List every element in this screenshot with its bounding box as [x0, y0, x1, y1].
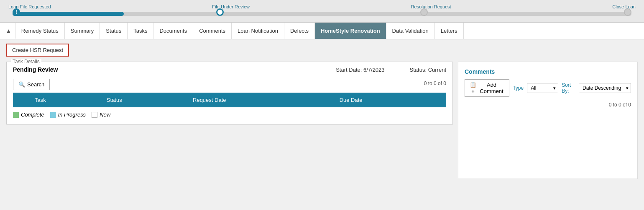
add-comment-button[interactable]: 📋+ Add Comment — [465, 79, 509, 97]
step-label-3: Close Loan — [612, 4, 636, 9]
tab-status[interactable]: Status — [100, 23, 128, 39]
add-comment-label: Add Comment — [478, 82, 505, 94]
add-comment-icon: 📋+ — [469, 82, 477, 94]
legend-complete: Complete — [13, 111, 44, 118]
col-checkbox — [13, 93, 30, 107]
task-start-date: Start Date: 6/7/2023 — [336, 67, 384, 73]
legend-row: Complete In Progress New — [13, 111, 446, 118]
tab-remedy-status[interactable]: Remedy Status — [15, 23, 65, 39]
progress-node-1 — [216, 8, 224, 16]
task-details-title: Task Details — [11, 59, 41, 65]
comments-controls: 📋+ Add Comment Type All General Review S… — [465, 79, 631, 97]
search-button[interactable]: 🔍 Search — [13, 79, 50, 90]
tab-homestyle-renovation[interactable]: HomeStyle Renovation — [315, 23, 386, 39]
legend-complete-label: Complete — [21, 111, 44, 118]
step-label-2: Resolution Request — [411, 4, 451, 9]
legend-box-in-progress — [50, 112, 56, 118]
legend-in-progress: In Progress — [50, 111, 86, 118]
sort-by-label: Sort By: — [562, 82, 575, 94]
sort-select[interactable]: Date Descending Date Ascending — [579, 83, 631, 93]
comments-column: Comments 📋+ Add Comment Type All General… — [458, 62, 638, 179]
progress-track: ! — [13, 12, 631, 16]
legend-in-progress-label: In Progress — [58, 111, 86, 118]
comments-box: Comments 📋+ Add Comment Type All General… — [458, 62, 638, 179]
tab-summary[interactable]: Summary — [65, 23, 100, 39]
progress-section: Loan File Requested File Under Review Re… — [0, 0, 644, 23]
task-details-column: Task Details Pending Review Start Date: … — [6, 62, 453, 179]
create-hsr-button[interactable]: Create HSR Request — [6, 44, 69, 57]
content-columns: Task Details Pending Review Start Date: … — [6, 62, 638, 179]
search-button-label: Search — [27, 81, 44, 88]
tab-documents[interactable]: Documents — [153, 23, 193, 39]
comments-title: Comments — [465, 68, 495, 75]
search-icon: 🔍 — [18, 81, 25, 88]
legend-box-new — [92, 112, 97, 118]
progress-node-2 — [420, 8, 428, 16]
progress-labels: Loan File Requested File Under Review Re… — [8, 4, 636, 9]
progress-node-3 — [624, 8, 631, 16]
tab-tasks[interactable]: Tasks — [128, 23, 153, 39]
tab-letters[interactable]: Letters — [435, 23, 464, 39]
main-content: Create HSR Request Task Details Pending … — [0, 39, 644, 199]
col-due-date: Due Date — [335, 93, 446, 107]
col-request-date: Request Date — [188, 93, 335, 107]
legend-new: New — [92, 111, 110, 118]
tab-comments[interactable]: Comments — [193, 23, 232, 39]
tabs-section: ▲ Remedy Status Summary Status Tasks Doc… — [0, 23, 644, 39]
legend-new-label: New — [100, 111, 110, 118]
type-select[interactable]: All General Review — [527, 83, 558, 93]
task-name: Pending Review — [13, 66, 58, 73]
tab-defects[interactable]: Defects — [284, 23, 315, 39]
tab-loan-notification[interactable]: Loan Notification — [232, 23, 284, 39]
progress-node-0: ! — [13, 8, 20, 16]
step-label-1: File Under Review — [212, 4, 250, 9]
task-info-row: Pending Review Start Date: 6/7/2023 Stat… — [13, 66, 446, 73]
col-task: Task — [30, 93, 102, 107]
col-status: Status — [102, 93, 188, 107]
legend-box-complete — [13, 112, 19, 118]
type-select-wrapper: All General Review — [527, 83, 558, 93]
tab-collapse-button[interactable]: ▲ — [2, 23, 15, 39]
task-details-box: Task Details Pending Review Start Date: … — [6, 62, 453, 124]
sort-select-wrapper: Date Descending Date Ascending — [579, 83, 631, 93]
task-table: Task Status Request Date Due Date — [13, 93, 446, 107]
tab-data-validation[interactable]: Data Validation — [386, 23, 435, 39]
comments-pagination: 0 to 0 of 0 — [465, 102, 631, 108]
task-status: Status: Current — [410, 67, 446, 73]
progress-nodes: ! — [13, 10, 631, 18]
task-pagination: 0 to 0 of 0 — [424, 80, 446, 86]
type-label: Type — [513, 85, 524, 91]
comments-header: Comments 📋+ Add Comment Type All General… — [465, 68, 631, 97]
